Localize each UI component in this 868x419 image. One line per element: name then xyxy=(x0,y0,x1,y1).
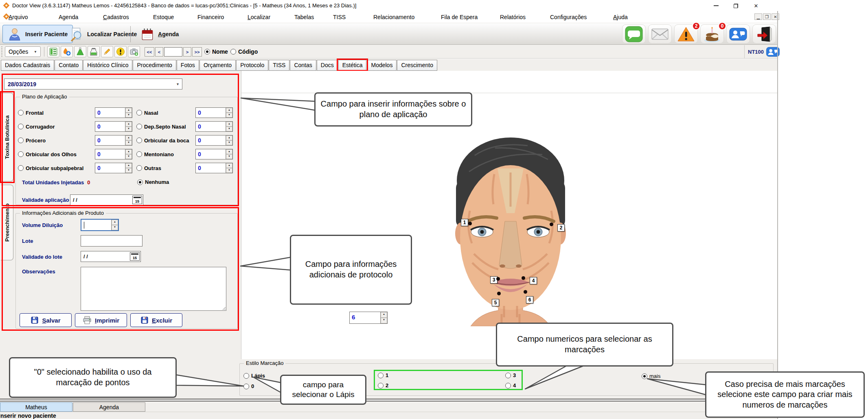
spin-up-icon[interactable]: ▲ xyxy=(226,108,232,113)
face-marker-label[interactable]: 5 xyxy=(492,299,499,306)
muscle-radio[interactable]: Outras xyxy=(136,165,195,171)
units-spinner[interactable]: 0▲▼ xyxy=(95,135,132,146)
nav-first-button[interactable]: << xyxy=(145,47,154,57)
marker-4-radio[interactable]: 4 xyxy=(505,382,516,388)
menu-item[interactable]: Cadastros xyxy=(103,14,129,20)
workspace-tab-agenda[interactable]: Agenda xyxy=(73,402,145,412)
add-exam-button[interactable] xyxy=(61,46,73,57)
nenhuma-radio[interactable]: Nenhuma xyxy=(137,179,169,185)
spin-up-icon[interactable]: ▲ xyxy=(125,163,132,168)
face-marker-label[interactable]: 1 xyxy=(461,219,468,226)
mdi-minimize-button[interactable]: ▁ xyxy=(754,13,762,20)
patient-tab[interactable]: Fotos xyxy=(177,60,199,71)
muscle-radio[interactable]: Mentoniano xyxy=(136,151,195,157)
salvar-button[interactable]: Salvar xyxy=(20,313,72,327)
units-spinner[interactable]: 0▲▼ xyxy=(95,107,132,118)
units-spinner[interactable]: 0▲▼ xyxy=(95,163,132,173)
spin-down-icon[interactable]: ▼ xyxy=(125,140,132,145)
face-marker-dot[interactable] xyxy=(496,277,500,281)
lab-button[interactable] xyxy=(74,46,86,57)
menu-item[interactable]: TISS xyxy=(333,14,346,20)
calendar-picker-icon[interactable]: 15 xyxy=(130,252,140,261)
mdi-close-button[interactable]: ✕ xyxy=(772,13,779,20)
units-spinner[interactable]: 0▲▼ xyxy=(195,135,233,146)
patient-tab[interactable]: Protocolo xyxy=(236,60,268,71)
muscle-radio[interactable]: Frontal xyxy=(18,110,95,116)
spin-down-icon[interactable]: ▼ xyxy=(381,318,387,323)
spin-up-icon[interactable]: ▲ xyxy=(125,108,132,113)
alerts-button[interactable]: 2 xyxy=(674,24,698,44)
muscle-radio[interactable]: Nasal xyxy=(136,110,195,116)
face-marker-dot[interactable] xyxy=(522,276,525,280)
side-tab-toxina-botulinica[interactable]: Toxina Botulínica xyxy=(1,93,13,181)
restore-button[interactable] xyxy=(731,2,740,9)
mail-button[interactable] xyxy=(648,24,672,44)
patient-tab[interactable]: Histórico Clínico xyxy=(83,60,132,71)
menu-item[interactable]: Arquivo xyxy=(9,14,28,20)
units-spinner[interactable]: 0▲▼ xyxy=(95,121,132,132)
spin-up-icon[interactable]: ▲ xyxy=(125,135,132,140)
insert-patient-button[interactable]: Inserir Paciente xyxy=(2,25,73,43)
spin-up-icon[interactable]: ▲ xyxy=(226,149,232,154)
excluir-button[interactable]: Excluir xyxy=(130,313,182,327)
record-number-input[interactable] xyxy=(164,47,182,57)
nav-prev-button[interactable]: < xyxy=(155,47,163,57)
menu-item[interactable]: Financeiro xyxy=(197,14,224,20)
units-spinner[interactable]: 0▲▼ xyxy=(195,163,233,173)
search-by-name-radio[interactable]: Nome xyxy=(204,48,228,55)
spin-down-icon[interactable]: ▼ xyxy=(226,113,232,118)
spin-down-icon[interactable]: ▼ xyxy=(125,168,132,173)
units-spinner[interactable]: 0▲▼ xyxy=(195,107,233,118)
spin-up-icon[interactable]: ▲ xyxy=(125,122,132,127)
spin-down-icon[interactable]: ▼ xyxy=(226,127,232,131)
chat-button[interactable] xyxy=(622,24,646,44)
spin-up-icon[interactable]: ▲ xyxy=(226,163,232,168)
muscle-radio[interactable]: Prócero xyxy=(18,137,95,144)
marker-1-radio[interactable]: 1 xyxy=(378,372,388,378)
face-marker-label[interactable]: 4 xyxy=(530,277,537,284)
imprimir-button[interactable]: Imprimir xyxy=(75,313,127,327)
spin-down-icon[interactable]: ▼ xyxy=(226,154,232,159)
observacoes-textarea[interactable] xyxy=(81,267,226,311)
patient-tab[interactable]: Orçamento xyxy=(199,60,236,71)
spin-up-icon[interactable]: ▲ xyxy=(226,122,232,127)
validade-lote-field[interactable]: / / 15 xyxy=(81,251,141,262)
alert-note-button[interactable] xyxy=(114,46,127,57)
nav-next-button[interactable]: > xyxy=(183,47,191,57)
face-marker-dot[interactable] xyxy=(468,222,472,225)
menu-item[interactable]: Fila de Espera xyxy=(441,14,478,20)
validade-aplicacao-field[interactable]: / / 15 xyxy=(70,194,143,205)
spin-down-icon[interactable]: ▼ xyxy=(125,127,132,131)
face-marker-label[interactable]: 6 xyxy=(526,296,533,303)
edit-button[interactable] xyxy=(101,46,113,57)
agenda-button[interactable]: Agenda xyxy=(135,25,184,43)
lote-input[interactable] xyxy=(81,235,142,247)
mdi-restore-button[interactable]: ❐ xyxy=(763,13,771,20)
muscle-radio[interactable]: Orbicular subpalpebral xyxy=(18,165,95,171)
spin-up-icon[interactable]: ▲ xyxy=(125,149,132,154)
menu-item[interactable]: Relacionamento xyxy=(373,14,414,20)
marker-3-radio[interactable]: 3 xyxy=(505,372,516,378)
units-spinner[interactable]: 0▲▼ xyxy=(195,149,233,159)
patient-tab[interactable]: Contato xyxy=(55,60,83,71)
spin-down-icon[interactable]: ▼ xyxy=(112,225,118,230)
patient-tab[interactable]: Contas xyxy=(290,60,316,71)
muscle-radio[interactable]: Corrugador xyxy=(18,124,95,130)
menu-item[interactable]: Tabelas xyxy=(294,14,314,20)
spin-up-icon[interactable]: ▲ xyxy=(226,135,232,140)
menu-item[interactable]: Ajuda xyxy=(613,14,628,20)
nav-last-button[interactable]: >> xyxy=(192,47,202,57)
patient-tab[interactable]: Dados Cadastrais xyxy=(1,60,54,71)
patient-tab[interactable]: Docs xyxy=(317,60,338,71)
face-marker-label[interactable]: 2 xyxy=(557,224,565,231)
contacts-button[interactable] xyxy=(726,24,750,44)
menu-item[interactable]: Estoque xyxy=(153,14,174,20)
menu-item[interactable]: Agenda xyxy=(59,14,78,20)
face-marker-dot[interactable] xyxy=(550,223,553,226)
exit-button[interactable] xyxy=(752,24,776,44)
search-by-code-radio[interactable]: Código xyxy=(230,48,258,55)
lapis-radio[interactable]: Lápis xyxy=(243,373,265,379)
birthdays-button[interactable]: 0 xyxy=(700,24,724,44)
face-marker-dot[interactable] xyxy=(497,292,501,295)
spin-up-icon[interactable]: ▲ xyxy=(112,220,118,225)
